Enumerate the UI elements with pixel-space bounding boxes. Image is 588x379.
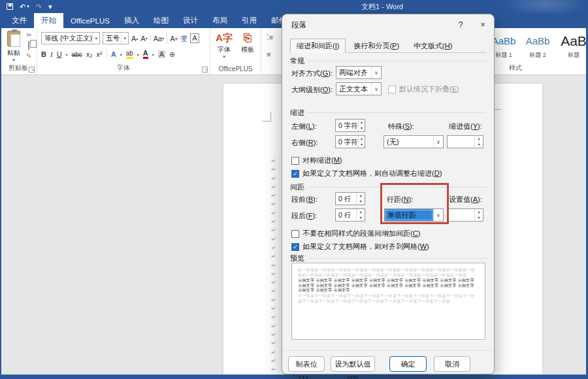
preview-sample-text: 示例文字 示例文字 示例文字 示例文字 示例文字 示例文字 示例文字 示例文字 …: [298, 278, 479, 293]
mirror-indents-checkbox[interactable]: 对称缩进(M): [291, 156, 342, 165]
underline-caret-icon[interactable]: ▾: [66, 52, 68, 57]
tab-insert[interactable]: 插入: [117, 13, 146, 28]
indent-right-spinner[interactable]: 0 字符 ▴▾: [335, 135, 365, 148]
cancel-button[interactable]: 取消: [434, 356, 470, 372]
space-before-label: 段前(B):: [291, 195, 318, 205]
officeplus-font-icon: A字: [213, 31, 235, 45]
character-shading-icon[interactable]: A: [158, 50, 165, 58]
tab-line-and-page-breaks[interactable]: 换行和分页(P): [347, 39, 406, 52]
superscript-icon[interactable]: x²: [97, 50, 103, 58]
snap-to-grid-checkbox[interactable]: ✓ 如果定义了文档网格，则对齐到网格(W): [291, 242, 429, 252]
font-color-caret-icon[interactable]: ▾: [152, 52, 154, 57]
word-window: ↶▾ ↷ ▾ 文档1 - Word 文件 开始 OfficePLUS 插入 绘图…: [0, 0, 588, 379]
tab-asian-typography[interactable]: 中文版式(H): [407, 39, 459, 52]
change-case-icon[interactable]: Aa▾: [154, 33, 164, 44]
tab-home[interactable]: 开始: [34, 13, 63, 28]
tab-draw[interactable]: 绘图: [146, 13, 176, 28]
indent-special-dropdown[interactable]: (无) ∨: [384, 135, 444, 148]
cut-icon[interactable]: ✂: [26, 31, 31, 39]
paragraph-mark-icon: ↵: [271, 157, 276, 165]
clear-formatting-icon[interactable]: A◆: [170, 33, 178, 44]
officeplus-font-button[interactable]: A字 字体 ▾: [213, 31, 235, 59]
general-section-header: 常规: [290, 56, 486, 66]
officeplus-group: A字 字体 ▾ ⎘ 模板 OfficePLUS: [210, 28, 261, 74]
tab-layout[interactable]: 布局: [205, 13, 235, 28]
styles-group-label: 样式: [485, 63, 588, 73]
preview-before-text: 前一段落前一段落前一段落前一段落前一段落前一段落前一段落前一段落前一段落前一段落…: [298, 268, 479, 278]
undo-icon[interactable]: ↶▾: [20, 1, 29, 12]
indent-left-spinner[interactable]: 0 字符 ▴▾: [335, 119, 365, 132]
text-effects-caret-icon[interactable]: ▾: [120, 52, 122, 57]
grow-font-icon[interactable]: A▴: [131, 33, 138, 44]
set-as-default-button[interactable]: 设为默认值(D): [331, 356, 375, 372]
auto-adjust-right-indent-checkbox[interactable]: ✓ 如果定义了文档网格，则自动调整右缩进(D): [291, 169, 442, 178]
line-spacing-dropdown[interactable]: 单倍行距 ∨: [384, 208, 444, 222]
officeplus-template-button[interactable]: ⎘ 模板: [237, 31, 259, 54]
clipboard-dialog-launcher-icon[interactable]: ↘: [29, 67, 35, 73]
checkbox-checked-icon: ✓: [291, 243, 299, 251]
format-painter-icon[interactable]: ✎: [26, 52, 31, 60]
spinner-arrows-icon[interactable]: ▴▾: [358, 136, 365, 148]
style-name: 标题 2: [523, 51, 552, 59]
tab-design[interactable]: 设计: [176, 13, 205, 28]
text-effects-icon[interactable]: A: [111, 50, 116, 58]
paragraph-dialog: 段落 ? × 缩进和间距(I) 换行和分页(P) 中文版式(H) 常规 对齐方式…: [282, 14, 495, 374]
collapsed-by-default-checkbox[interactable]: 默认情况下折叠(E): [388, 84, 459, 94]
font-name-select[interactable]: 等线 (中文正文) ▾: [41, 32, 100, 44]
style-title[interactable]: AaB 标题: [557, 31, 588, 59]
style-name: 标题: [557, 51, 588, 59]
paragraph-mark-icon: ↵: [271, 174, 276, 183]
tab-file[interactable]: 文件: [5, 13, 34, 28]
alignment-dropdown[interactable]: 两端对齐 ∨: [336, 66, 382, 79]
bullet-list-icon[interactable]: ⁚≡: [267, 33, 273, 42]
spinner-arrows-icon[interactable]: ▴▾: [474, 136, 483, 148]
spacing-at-spinner[interactable]: ▴▾: [447, 208, 483, 222]
styles-group: AaBb 标题 1 AaBb 标题 2 AaB 标题 样式: [485, 28, 588, 74]
collapsed-by-default-label: 默认情况下折叠(E): [399, 84, 459, 94]
save-icon[interactable]: [7, 3, 13, 10]
strikethrough-icon[interactable]: abc: [72, 51, 82, 58]
paragraph-mark-icon: ↵: [271, 296, 276, 305]
paragraph-mark-icon: ↵: [271, 191, 276, 200]
bold-icon[interactable]: B: [41, 50, 46, 58]
paragraph-mark-icon: ↵: [271, 348, 276, 357]
justify-icon[interactable]: ≡: [267, 50, 270, 58]
font-size-select[interactable]: 五号 ▾: [103, 32, 129, 44]
dialog-close-icon[interactable]: ×: [476, 18, 490, 31]
subscript-icon[interactable]: x₂: [86, 50, 93, 58]
dialog-help-button[interactable]: ?: [453, 18, 468, 31]
copy-icon[interactable]: [28, 42, 29, 50]
redo-icon[interactable]: ↷: [36, 1, 42, 12]
space-before-spinner[interactable]: 0 行 ▴▾: [335, 192, 365, 205]
font-group-label: 字体: [37, 63, 210, 73]
paste-caret-icon: ▾: [4, 58, 24, 63]
tab-references[interactable]: 引用: [235, 13, 264, 28]
space-after-spinner[interactable]: 0 行 ▴▾: [335, 208, 365, 222]
enclose-characters-icon[interactable]: ⊕: [169, 50, 175, 59]
ok-button[interactable]: 确定: [389, 356, 427, 372]
highlight-caret-icon[interactable]: ▾: [137, 52, 139, 57]
italic-icon[interactable]: I: [50, 50, 53, 58]
tab-officeplus[interactable]: OfficePLUS: [63, 13, 117, 28]
shrink-font-icon[interactable]: A▾: [140, 33, 147, 44]
style-heading2[interactable]: AaBb 标题 2: [523, 31, 552, 59]
phonetic-guide-icon[interactable]: 变: [180, 33, 188, 44]
outline-level-dropdown[interactable]: 正文文本 ∨: [336, 82, 382, 95]
tabs-button[interactable]: 制表位(T)...: [288, 356, 325, 372]
character-border-icon[interactable]: A: [190, 33, 199, 43]
paragraph-mark-icon: ↵: [271, 287, 276, 295]
spinner-arrows-icon[interactable]: ▴▾: [474, 209, 483, 221]
spinner-arrows-icon[interactable]: ▴▾: [356, 193, 365, 205]
indent-special-value: (无): [384, 136, 433, 148]
tab-indents-and-spacing[interactable]: 缩进和间距(I): [290, 39, 346, 53]
paragraph-mark-icon: ↵: [271, 322, 276, 331]
font-dialog-launcher-icon[interactable]: ↘: [202, 67, 208, 73]
underline-icon[interactable]: U: [57, 50, 62, 58]
customize-qat-icon[interactable]: ▾: [48, 1, 52, 12]
spinner-arrows-icon[interactable]: ▴▾: [356, 209, 365, 221]
spinner-arrows-icon[interactable]: ▴▾: [358, 120, 365, 131]
indent-by-spinner[interactable]: ▴▾: [447, 135, 483, 148]
highlight-color-icon[interactable]: ab: [126, 50, 133, 59]
no-space-same-style-checkbox[interactable]: 不要在相同样式的段落间增加间距(C): [291, 229, 420, 239]
font-color-icon[interactable]: A: [143, 50, 148, 59]
